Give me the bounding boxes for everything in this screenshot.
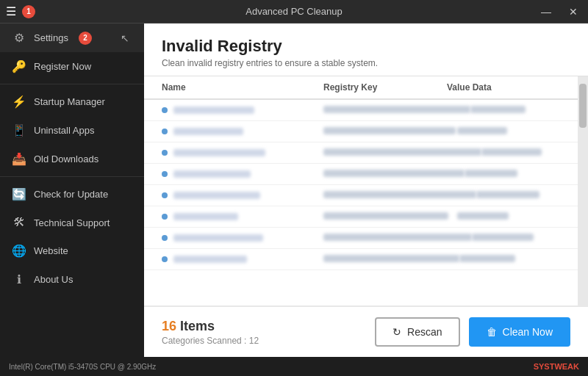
row-indicator xyxy=(162,256,168,262)
notification-badge: 1 xyxy=(22,5,35,18)
row-val-5 xyxy=(476,190,578,200)
systweak-logo: SYSTWEAK xyxy=(534,362,579,371)
row-val-3 xyxy=(481,148,578,158)
blurred-key xyxy=(323,212,448,220)
blurred-key xyxy=(323,191,476,198)
table-row xyxy=(144,164,578,185)
hamburger-icon[interactable]: ☰ xyxy=(6,4,16,18)
col-registry-key: Registry Key xyxy=(323,82,447,93)
sidebar-item-startup-manager[interactable]: ⚡ Startup Manager xyxy=(0,87,144,116)
blurred-name xyxy=(173,192,260,199)
row-indicator xyxy=(162,150,168,156)
blurred-key xyxy=(323,127,456,134)
blurred-name xyxy=(173,170,251,178)
cursor-indicator: ↖ xyxy=(121,32,129,44)
page-title: Invalid Registry xyxy=(162,37,570,56)
old-downloads-label: Old Downloads xyxy=(34,153,98,164)
row-name-8 xyxy=(162,256,323,263)
cpu-info: Intel(R) Core(TM) i5-3470S CPU @ 2.90GHz xyxy=(9,363,156,371)
rescan-icon: ↻ xyxy=(392,326,401,338)
sidebar-item-technical-support[interactable]: 🛠 Technical Support xyxy=(0,209,144,236)
col-value-data: Value Data xyxy=(447,82,550,93)
blurred-name xyxy=(173,128,243,135)
settings-icon: ⚙ xyxy=(12,31,26,45)
row-name-2 xyxy=(162,128,323,135)
status-bar: Intel(R) Core(TM) i5-3470S CPU @ 2.90GHz… xyxy=(0,357,588,376)
technical-support-label: Technical Support xyxy=(34,217,110,228)
blurred-val xyxy=(472,234,534,241)
uninstall-icon: 📱 xyxy=(12,123,26,137)
table-row xyxy=(144,121,578,142)
blurred-val xyxy=(457,212,509,220)
footer-info: 16 Items Categories Scanned : 12 xyxy=(162,319,259,346)
register-label: Register Now xyxy=(34,61,91,72)
row-indicator xyxy=(162,214,168,220)
sidebar-item-check-update[interactable]: 🔄 Check for Update xyxy=(0,180,144,209)
website-label: Website xyxy=(34,245,68,256)
content-area: Invalid Registry Clean invalid registry … xyxy=(144,24,588,357)
sidebar-item-uninstall-apps[interactable]: 📱 Uninstall Apps xyxy=(0,116,144,145)
scrollbar-thumb[interactable] xyxy=(579,84,587,128)
categories-scanned: Categories Scanned : 12 xyxy=(162,336,259,346)
sidebar-item-about-us[interactable]: ℹ About Us xyxy=(0,265,144,294)
blurred-key xyxy=(323,255,459,262)
blurred-name xyxy=(173,234,263,242)
row-name-1 xyxy=(162,106,323,114)
uninstall-label: Uninstall Apps xyxy=(34,125,94,136)
settings-label: Settings xyxy=(34,32,68,43)
row-val-6 xyxy=(457,212,560,222)
blurred-key xyxy=(323,234,472,241)
sidebar-item-settings[interactable]: ⚙ Settings 2 ↖ xyxy=(0,24,144,52)
sidebar-item-old-downloads[interactable]: 📥 Old Downloads xyxy=(0,145,144,173)
row-val-2 xyxy=(457,126,560,137)
table-row xyxy=(144,249,578,270)
title-bar: ☰ 1 Advanced PC Cleanup — ✕ xyxy=(0,0,588,24)
scrollbar-track[interactable] xyxy=(578,76,588,306)
startup-label: Startup Manager xyxy=(34,96,105,107)
update-icon: 🔄 xyxy=(12,187,26,201)
minimize-button[interactable]: — xyxy=(537,4,556,19)
about-icon: ℹ xyxy=(12,272,26,286)
blurred-val xyxy=(457,127,507,134)
items-count: 16 Items xyxy=(162,319,259,334)
row-name-5 xyxy=(162,192,323,199)
title-bar-left: ☰ 1 xyxy=(6,4,35,18)
brand-tweak: TWEAK xyxy=(550,362,579,371)
row-val-8 xyxy=(459,254,562,264)
sidebar-item-register-now[interactable]: 🔑 Register Now xyxy=(0,52,144,81)
blurred-name xyxy=(173,149,265,156)
blurred-key xyxy=(323,170,465,177)
close-button[interactable]: ✕ xyxy=(564,4,582,19)
row-name-3 xyxy=(162,149,323,156)
row-key-6 xyxy=(323,212,457,222)
row-key-5 xyxy=(323,190,476,200)
table-row xyxy=(144,185,578,206)
footer-buttons: ↻ Rescan 🗑 Clean Now xyxy=(375,317,570,347)
blurred-name xyxy=(173,256,247,263)
col-name: Name xyxy=(162,82,323,93)
check-update-label: Check for Update xyxy=(34,189,108,200)
row-val-7 xyxy=(472,233,575,243)
row-name-4 xyxy=(162,170,323,178)
table-row xyxy=(144,100,578,121)
row-indicator xyxy=(162,192,168,198)
register-icon: 🔑 xyxy=(12,59,26,73)
row-key-8 xyxy=(323,254,459,264)
clean-icon: 🗑 xyxy=(487,326,497,338)
support-icon: 🛠 xyxy=(12,216,26,229)
row-key-7 xyxy=(323,233,472,243)
title-bar-controls: — ✕ xyxy=(537,4,582,19)
row-key-2 xyxy=(323,126,457,137)
main-layout: ⚙ Settings 2 ↖ 🔑 Register Now ⚡ Startup … xyxy=(0,24,588,357)
blurred-name xyxy=(173,106,254,114)
blurred-val xyxy=(459,255,515,262)
website-icon: 🌐 xyxy=(12,244,26,258)
table-header: Name Registry Key Value Data xyxy=(144,76,578,100)
app-title: Advanced PC Cleanup xyxy=(245,6,343,17)
sidebar-item-website[interactable]: 🌐 Website xyxy=(0,236,144,265)
content-footer: 16 Items Categories Scanned : 12 ↻ Resca… xyxy=(144,306,588,357)
row-indicator xyxy=(162,107,168,113)
clean-now-button[interactable]: 🗑 Clean Now xyxy=(469,317,570,347)
row-indicator xyxy=(162,171,168,177)
rescan-button[interactable]: ↻ Rescan xyxy=(375,317,459,347)
